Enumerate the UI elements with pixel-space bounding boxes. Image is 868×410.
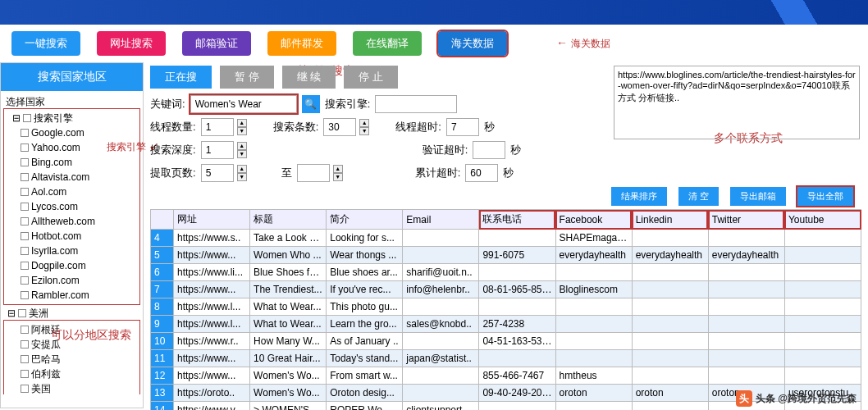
tab-search[interactable]: 一键搜索 [11, 31, 80, 56]
country-item[interactable]: 美国 [6, 381, 138, 394]
country-item[interactable]: 伯利兹 [6, 367, 138, 381]
table-row[interactable]: 7https://www...The Trendiest...If you've… [151, 281, 861, 298]
label-threads: 线程数量: [150, 120, 196, 134]
label-engine: 搜索引擎: [325, 97, 371, 112]
btn-clear[interactable]: 清 空 [678, 187, 719, 206]
engine-item[interactable]: Ezilon.com [6, 273, 138, 288]
label-sec: 秒 [510, 143, 521, 157]
step-down[interactable]: ▼ [237, 150, 247, 158]
engine-item[interactable]: Isyrlla.com [6, 244, 138, 258]
engine-item[interactable]: Aol.com [6, 184, 138, 199]
sidebar: 搜索国家地区 选择国家 ⊟搜索引擎 Google.comYahoo.comBin… [0, 62, 144, 408]
step-up[interactable]: ▲ [237, 119, 247, 127]
col-yt[interactable]: Youtube [784, 210, 861, 230]
btn-export-mail[interactable]: 导出邮箱 [730, 187, 786, 206]
col-url[interactable]: 网址 [174, 210, 250, 230]
engine-item[interactable]: Alltheweb.com [6, 214, 138, 229]
engine-group: ⊟搜索引擎 Google.comYahoo.comBing.comAltavis… [4, 109, 139, 304]
col-phone[interactable]: 联系电话 [479, 210, 555, 230]
col-email[interactable]: Email [403, 210, 479, 230]
label-pages: 提取页数: [150, 166, 196, 180]
table-row[interactable]: 11https://www...10 Great Hair...Today's … [151, 350, 861, 367]
tab-verify[interactable]: 邮箱验证 [182, 31, 251, 56]
tab-url[interactable]: 网址搜索 [97, 31, 166, 56]
label-keyword: 关键词: [150, 97, 185, 112]
step-up[interactable]: ▲ [359, 119, 369, 127]
table-row[interactable]: 8https://www.l...What to Wear...This pho… [151, 298, 861, 316]
depth-input[interactable] [201, 141, 234, 159]
label-total: 累计超时: [415, 166, 461, 180]
btn-sort[interactable]: 结果排序 [611, 187, 667, 206]
annotation-customs: ← 海关数据 [556, 36, 610, 51]
step-down[interactable]: ▼ [333, 173, 343, 181]
step-up[interactable]: ▲ [237, 142, 247, 150]
tree-america[interactable]: ⊟美洲 [4, 306, 139, 321]
engine-item[interactable]: Bing.com [6, 155, 138, 170]
step-down[interactable]: ▼ [237, 173, 247, 181]
search-icon[interactable]: 🔍 [302, 95, 320, 113]
timeout-input[interactable] [446, 118, 479, 136]
engine-item[interactable]: Altavista.com [6, 170, 138, 184]
country-item[interactable]: 巴哈马 [6, 352, 138, 367]
tab-customs[interactable]: 海关数据 [438, 31, 507, 56]
btn-export-all[interactable]: 导出全部 [797, 187, 853, 206]
btn-searching[interactable]: 正在搜 [150, 66, 212, 89]
engine-item[interactable]: Lycos.com [6, 199, 138, 214]
label-sec: 秒 [503, 166, 514, 180]
log-box: https://www.bloglines.com/article/the-tr… [614, 66, 860, 139]
label-select-country: 选择国家 [4, 94, 139, 109]
label-sec: 秒 [484, 120, 495, 134]
verify-input[interactable] [473, 141, 505, 159]
engine-input[interactable] [375, 95, 457, 113]
btn-continue[interactable]: 继 续 [282, 66, 336, 89]
col-tw[interactable]: Twitter [708, 210, 784, 230]
label-timeout: 线程超时: [395, 120, 441, 134]
threads-input[interactable] [201, 118, 234, 136]
table-row[interactable]: 10https://www.r..How Many W...As of Janu… [151, 333, 861, 350]
engine-item[interactable]: Dogpile.com [6, 258, 138, 273]
sidebar-header: 搜索国家地区 [1, 63, 143, 91]
pages-from-input[interactable] [201, 164, 234, 182]
table-row[interactable]: 5https://www...Women Who ...Wear thongs … [151, 247, 861, 264]
step-up[interactable]: ▲ [333, 165, 343, 173]
main-tabs: 一键搜索 网址搜索 邮箱验证 邮件群发 在线翻译 海关数据 ← 海关数据 [0, 25, 868, 62]
col-fb[interactable]: Facebook [555, 210, 632, 230]
col-title[interactable]: 标题 [250, 210, 327, 230]
step-down[interactable]: ▼ [237, 127, 247, 135]
col-desc[interactable]: 简介 [327, 210, 403, 230]
engine-item[interactable]: Rambler.com [6, 288, 138, 303]
engine-item[interactable]: Hotbot.com [6, 229, 138, 244]
perpage-input[interactable] [323, 118, 356, 136]
table-row[interactable]: 9https://www.l...What to Wear...Learn th… [151, 316, 861, 333]
btn-stop[interactable]: 停 止 [344, 66, 398, 89]
watermark-icon: 头 [736, 390, 752, 407]
keyword-input[interactable] [190, 95, 297, 113]
label-perpage: 搜索条数: [273, 120, 319, 134]
table-row[interactable]: 6https://www.li...Blue Shoes fo...Blue s… [151, 264, 861, 281]
label-verify: 验证超时: [423, 143, 468, 157]
tab-mail[interactable]: 邮件群发 [267, 31, 336, 56]
step-up[interactable]: ▲ [237, 165, 247, 173]
total-input[interactable] [465, 164, 498, 182]
col-li[interactable]: Linkedin [632, 210, 708, 230]
results-table: 网址 标题 简介 Email 联系电话 Facebook Linkedin Tw… [150, 209, 861, 410]
tab-translate[interactable]: 在线翻译 [353, 31, 422, 56]
table-row[interactable]: 4https://www.s..Take a Look a...Looking … [151, 230, 861, 247]
pages-to-input[interactable] [297, 164, 330, 182]
step-down[interactable]: ▼ [359, 127, 369, 135]
label-to: 至 [281, 166, 292, 180]
engine-item[interactable]: Google.com [6, 125, 138, 140]
tree-engines-root[interactable]: ⊟搜索引擎 [6, 111, 138, 125]
annotation-region: 可以分地区搜索 [51, 328, 131, 343]
btn-pause[interactable]: 暂 停 [220, 66, 274, 89]
content-area: 正在搜 暂 停 继 续 停 止 https://www.bloglines.co… [144, 62, 868, 408]
watermark: 头头条 @跨境外贸范先森 [736, 390, 857, 407]
label-depth: 搜索深度: [150, 143, 196, 157]
table-row[interactable]: 12https://www...Women's Wo...From smart … [151, 367, 861, 385]
window-titlebar [0, 0, 868, 25]
